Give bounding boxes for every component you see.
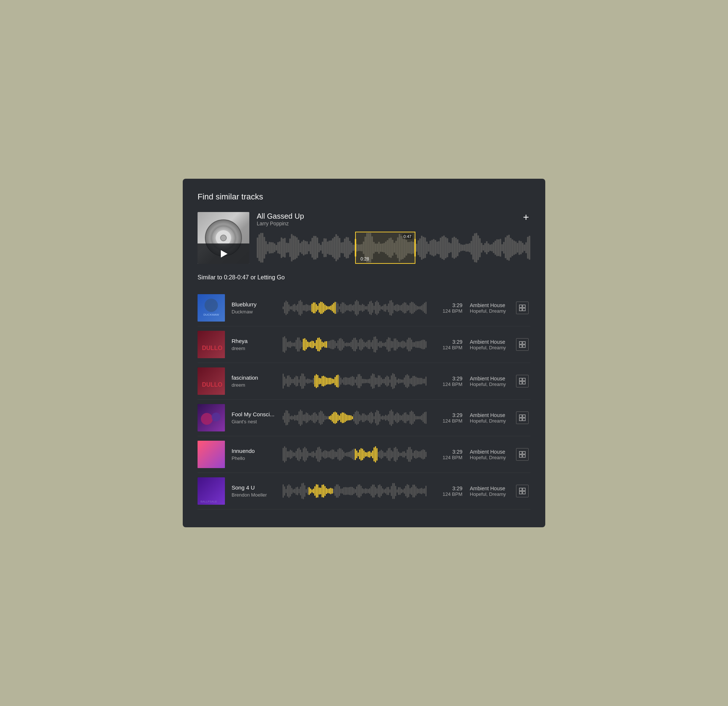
svg-rect-719 (319, 488, 320, 495)
svg-rect-708 (303, 483, 304, 499)
svg-rect-488 (291, 415, 292, 420)
svg-rect-452 (394, 374, 395, 389)
track-action-button[interactable] (516, 485, 529, 497)
svg-rect-758 (375, 487, 376, 495)
svg-rect-605 (307, 451, 308, 458)
svg-rect-332 (374, 337, 375, 352)
svg-rect-307 (337, 340, 338, 349)
svg-rect-509 (321, 411, 322, 424)
svg-rect-254 (414, 304, 415, 312)
svg-rect-460 (406, 375, 407, 387)
svg-rect-204 (342, 302, 343, 313)
svg-rect-37 (320, 245, 321, 251)
svg-rect-144 (503, 242, 504, 254)
svg-rect-330 (371, 342, 372, 347)
svg-rect-446 (385, 377, 386, 385)
svg-rect-158 (527, 237, 529, 259)
svg-rect-749 (362, 488, 363, 494)
svg-rect-482 (283, 416, 284, 420)
svg-rect-503 (313, 413, 314, 422)
svg-rect-136 (490, 244, 491, 251)
track-action-button[interactable] (516, 448, 529, 461)
svg-rect-533 (356, 411, 357, 425)
svg-rect-362 (417, 341, 418, 348)
svg-rect-715 (313, 489, 314, 493)
source-art (198, 212, 249, 264)
svg-rect-640 (358, 453, 359, 456)
svg-rect-612 (318, 447, 319, 462)
track-duration: 3:29 (433, 449, 462, 455)
svg-rect-476 (523, 378, 525, 381)
svg-rect-534 (358, 411, 359, 424)
svg-rect-159 (529, 236, 530, 260)
svg-rect-737 (345, 487, 346, 495)
source-title-row: All Gassed Up Larry Poppinz + (257, 212, 530, 230)
svg-rect-764 (384, 489, 385, 493)
play-button[interactable] (218, 248, 229, 260)
svg-rect-13 (279, 241, 280, 254)
svg-rect-417 (343, 378, 344, 385)
svg-rect-578 (421, 415, 422, 420)
track-waveform (283, 481, 427, 501)
svg-rect-592 (289, 451, 290, 458)
track-action-button[interactable] (516, 411, 529, 424)
svg-rect-763 (382, 488, 383, 494)
svg-rect-613 (319, 447, 320, 462)
svg-rect-571 (411, 411, 412, 425)
track-mood: Hopeful, Dreamy (470, 455, 514, 460)
svg-rect-520 (337, 414, 338, 421)
svg-rect-769 (391, 486, 392, 496)
svg-rect-294 (319, 337, 320, 351)
svg-rect-198 (333, 303, 334, 312)
track-genre: Ambient House Hopeful, Dreamy (462, 302, 514, 314)
svg-rect-22 (295, 236, 296, 259)
svg-rect-238 (391, 300, 392, 315)
svg-rect-128 (476, 233, 477, 262)
svg-rect-756 (372, 485, 373, 497)
svg-rect-153 (519, 240, 520, 255)
svg-rect-615 (321, 452, 322, 457)
svg-rect-518 (334, 411, 335, 424)
svg-rect-550 (381, 416, 382, 419)
svg-rect-348 (397, 340, 398, 349)
svg-rect-72 (380, 243, 381, 252)
svg-rect-274 (290, 341, 291, 348)
svg-rect-418 (345, 377, 346, 385)
svg-rect-7 (269, 242, 270, 253)
track-waveform (283, 371, 427, 392)
svg-rect-122 (465, 244, 467, 252)
svg-rect-43 (330, 240, 332, 255)
track-action-button[interactable] (516, 302, 529, 314)
svg-rect-121 (464, 244, 465, 251)
svg-rect-644 (363, 451, 364, 459)
svg-rect-5 (265, 241, 267, 255)
track-action-button[interactable] (516, 375, 529, 388)
svg-rect-215 (358, 301, 359, 314)
svg-rect-367 (424, 340, 425, 349)
svg-rect-539 (365, 415, 366, 421)
svg-rect-44 (332, 238, 334, 257)
svg-rect-490 (294, 415, 295, 420)
track-bpm: 124 BPM (433, 345, 462, 350)
svg-rect-223 (369, 302, 370, 314)
svg-rect-172 (296, 306, 297, 310)
svg-rect-746 (358, 485, 359, 498)
svg-rect-132 (483, 245, 484, 250)
track-meta: 3:29 124 BPM (433, 376, 462, 387)
track-action-button[interactable] (516, 338, 529, 351)
svg-rect-335 (378, 343, 379, 346)
svg-rect-370 (523, 341, 525, 344)
svg-text:DUCKMAW: DUCKMAW (204, 313, 219, 316)
add-button[interactable]: + (521, 212, 530, 222)
svg-rect-226 (374, 306, 375, 310)
svg-rect-287 (309, 342, 310, 347)
track-duration: 3:29 (433, 339, 462, 345)
svg-rect-736 (343, 487, 344, 495)
svg-rect-239 (392, 302, 393, 313)
svg-rect-11 (276, 245, 277, 250)
svg-rect-120 (462, 244, 464, 251)
track-action (514, 302, 530, 314)
svg-rect-340 (385, 342, 386, 347)
svg-rect-366 (422, 340, 423, 349)
svg-rect-403 (323, 376, 324, 387)
